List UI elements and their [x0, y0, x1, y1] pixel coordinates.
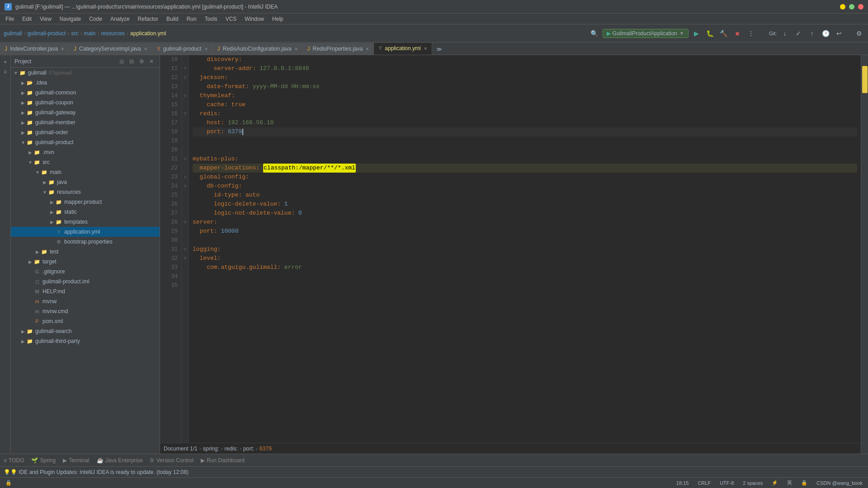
more-tabs-button[interactable]: ≫ — [434, 44, 445, 55]
more-button[interactable]: ⋮ — [745, 28, 756, 39]
tree-item-bootstrap[interactable]: ⚙ bootstrap.properties — [11, 237, 160, 247]
tree-arrow-main[interactable] — [34, 169, 41, 175]
menu-run[interactable]: Run — [183, 15, 200, 23]
tree-item-static[interactable]: 📁 static — [11, 207, 160, 217]
tab-index-controller[interactable]: J IndexController.java ✕ — [0, 43, 69, 55]
tree-item-gulimall[interactable]: 📁 gulimall F:\gulimall — [11, 68, 160, 78]
tree-arrow-static[interactable] — [49, 209, 55, 215]
tab-category-service-impl[interactable]: J CategoryServiceImpl.java ✕ — [69, 43, 152, 55]
menu-view[interactable]: View — [36, 15, 55, 23]
tree-item-coupon[interactable]: 📁 gulimall-coupon — [11, 98, 160, 108]
tree-item-third-party[interactable]: 📁 gulimall-third-party — [11, 336, 160, 346]
tree-arrow-product[interactable] — [20, 139, 26, 145]
tree-item-mvnw[interactable]: m mvnw — [11, 296, 160, 306]
tree-arrow-src[interactable] — [27, 159, 33, 165]
tree-item-templates[interactable]: 📁 templates — [11, 217, 160, 227]
maximize-button[interactable] — [849, 4, 854, 9]
run-configuration[interactable]: ▶ GulimallProductApplication ▼ — [603, 29, 689, 38]
status-time[interactable]: 18:15 — [675, 480, 691, 486]
tab-close-5[interactable]: ✕ — [424, 46, 427, 51]
tree-arrow-test[interactable] — [34, 249, 41, 255]
bottom-tab-terminal[interactable]: ▶ Terminal — [63, 455, 89, 465]
status-encoding[interactable]: UTF-8 — [718, 480, 736, 486]
bc-value[interactable]: 6379 — [259, 446, 272, 452]
bc-spring[interactable]: spring: — [203, 446, 219, 452]
tree-item-order[interactable]: 📁 gulimall-order — [11, 127, 160, 137]
sidebar-collapse-all[interactable]: ⊟ — [127, 57, 136, 66]
stop-button[interactable]: ■ — [732, 28, 743, 39]
breadcrumb-gulimall[interactable]: gulimall — [4, 30, 22, 37]
menu-refactor[interactable]: Refactor — [134, 15, 162, 23]
menu-analyze[interactable]: Analyze — [107, 15, 133, 23]
tab-close-2[interactable]: ✕ — [204, 47, 208, 52]
tree-item-mvn[interactable]: 📁 .mvn — [11, 147, 160, 157]
sidebar-settings[interactable]: ⚙ — [137, 57, 146, 66]
git-update-button[interactable]: ↓ — [779, 28, 790, 39]
tree-item-main[interactable]: 📁 main — [11, 167, 160, 177]
sidebar-locate-button[interactable]: ◎ — [117, 57, 126, 66]
tab-close-1[interactable]: ✕ — [144, 47, 147, 52]
tab-close-0[interactable]: ✕ — [61, 47, 64, 52]
breadcrumb-resources[interactable]: resources — [101, 30, 125, 37]
tree-item-idea[interactable]: 📂 .idea — [11, 78, 160, 88]
tree-item-test[interactable]: 📁 test — [11, 247, 160, 257]
close-button[interactable] — [858, 4, 863, 9]
breadcrumb-product[interactable]: gulimall-product — [28, 30, 66, 37]
tree-arrow-java[interactable] — [42, 179, 48, 185]
tree-item-gitignore[interactable]: G .gitignore — [11, 267, 160, 277]
git-history-button[interactable]: 🕐 — [820, 28, 831, 39]
run-button[interactable]: ▶ — [691, 28, 702, 39]
git-rollback-button[interactable]: ↩ — [834, 28, 844, 39]
tree-item-pom[interactable]: P pom.xml — [11, 316, 160, 326]
menu-help[interactable]: Help — [269, 15, 287, 23]
activity-structure[interactable]: ≡ — [1, 68, 10, 77]
bottom-tab-version-control[interactable]: 9: Version Control — [150, 455, 193, 465]
menu-code[interactable]: Code — [85, 15, 106, 23]
tree-arrow-gateway[interactable] — [20, 109, 26, 116]
tab-redis-auto-config[interactable]: J RedisAutoConfiguration.java ✕ — [213, 43, 303, 55]
tree-arrow-search[interactable] — [20, 328, 26, 334]
tree-item-application-yml[interactable]: Y application.yml — [11, 227, 160, 237]
menu-vcs[interactable]: VCS — [222, 15, 241, 23]
tree-item-search[interactable]: 📁 gulimall-search — [11, 326, 160, 336]
tree-arrow-gulimall[interactable] — [13, 70, 19, 76]
tree-item-mapper-product[interactable]: 📁 mapper.product — [11, 197, 160, 207]
tab-close-4[interactable]: ✕ — [365, 47, 369, 52]
status-csdn[interactable]: CSDN @wang_book — [815, 480, 864, 486]
tree-arrow-templates[interactable] — [49, 219, 55, 225]
bottom-tab-todo[interactable]: ≡ TODO — [4, 455, 24, 465]
tree-item-iml[interactable]: ◻ gulimall-product.iml — [11, 277, 160, 286]
status-line-ending[interactable]: CRLF — [696, 480, 712, 486]
sidebar-close[interactable]: ✕ — [147, 57, 156, 66]
tree-arrow-member[interactable] — [20, 119, 26, 126]
git-commit-button[interactable]: ✓ — [793, 28, 804, 39]
minimize-button[interactable] — [840, 4, 845, 9]
bc-port[interactable]: port: — [243, 446, 254, 452]
activity-favorites[interactable]: ★ — [1, 57, 10, 66]
status-lang[interactable]: 英 — [785, 479, 794, 486]
tree-item-src[interactable]: 📁 src — [11, 157, 160, 167]
tree-item-gateway[interactable]: 📁 gulimall-gateway — [11, 108, 160, 117]
tree-item-resources[interactable]: 📁 resources — [11, 187, 160, 197]
tree-arrow-third-party[interactable] — [20, 338, 26, 344]
build-button[interactable]: 🔨 — [718, 28, 729, 39]
tree-item-java[interactable]: 📁 java — [11, 177, 160, 187]
breadcrumb-src[interactable]: src — [71, 30, 78, 37]
tab-redis-properties[interactable]: J RedisProperties.java ✕ — [303, 43, 374, 55]
editor-content[interactable]: 10 11 12 13 14 15 16 17 18 19 20 21 22 2… — [160, 55, 861, 443]
menu-edit[interactable]: Edit — [19, 15, 35, 23]
tree-item-product[interactable]: 📁 gulimall-product — [11, 137, 160, 147]
tree-arrow-order[interactable] — [20, 129, 26, 136]
bc-document[interactable]: Document 1/1 — [164, 446, 198, 452]
bottom-tab-spring[interactable]: 🌱 Spring — [31, 455, 56, 465]
menu-window[interactable]: Window — [241, 15, 268, 23]
code-area[interactable]: discovery: server-addr: 127.0.0.1:8848 j… — [189, 55, 861, 443]
bottom-tab-java-enterprise[interactable]: ☕ Java Enterprise — [97, 455, 143, 465]
tree-item-mvnw-cmd[interactable]: m mvnw.cmd — [11, 306, 160, 316]
tab-close-3[interactable]: ✕ — [294, 47, 298, 52]
debug-button[interactable]: 🐛 — [705, 28, 716, 39]
bottom-tab-run-dashboard[interactable]: ▶ Run Dashboard — [201, 455, 245, 465]
tree-item-help-md[interactable]: M HELP.md — [11, 286, 160, 296]
tree-item-target[interactable]: 📁 target — [11, 257, 160, 267]
tree-item-common[interactable]: 📁 gulimall-common — [11, 88, 160, 98]
